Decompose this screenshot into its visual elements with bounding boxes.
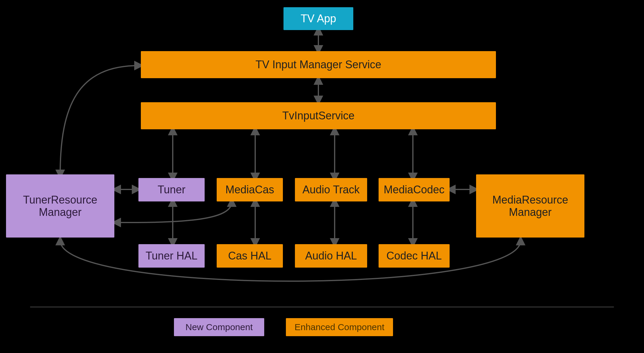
- label-media-cas: MediaCas: [225, 183, 274, 196]
- label-legend-enhanced: Enhanced Component: [295, 322, 385, 332]
- label-legend-new: New Component: [185, 322, 252, 332]
- label-tuner-resource-manager-l2: Manager: [39, 206, 82, 218]
- label-cas-hal: Cas HAL: [228, 250, 271, 262]
- block-tuner-hal: Tuner HAL: [138, 244, 205, 268]
- block-codec-hal: Codec HAL: [379, 244, 450, 268]
- label-tuner-hal: Tuner HAL: [146, 250, 198, 262]
- label-media-codec: MediaCodec: [384, 183, 444, 196]
- block-media-codec: MediaCodec: [379, 178, 450, 201]
- legend-new-component: New Component: [174, 318, 264, 336]
- label-audio-track: Audio Track: [302, 183, 360, 196]
- label-audio-hal: Audio HAL: [305, 250, 357, 262]
- block-audio-hal: Audio HAL: [295, 244, 367, 268]
- label-media-resource-manager-l1: MediaResource: [492, 194, 568, 206]
- label-tuner: Tuner: [158, 183, 186, 196]
- label-tv-input-manager-service: TV Input Manager Service: [255, 58, 381, 71]
- block-tv-input-manager-service: TV Input Manager Service: [141, 51, 496, 78]
- block-audio-track: Audio Track: [295, 178, 367, 201]
- legend-divider: [30, 307, 614, 307]
- block-media-resource-manager: MediaResource Manager: [476, 174, 584, 238]
- label-tv-input-service: TvInputService: [282, 109, 355, 122]
- block-media-cas: MediaCas: [217, 178, 283, 201]
- block-tuner-resource-manager: TunerResource Manager: [6, 174, 114, 238]
- block-tv-input-service: TvInputService: [141, 102, 496, 129]
- block-tuner: Tuner: [138, 178, 205, 201]
- block-cas-hal: Cas HAL: [217, 244, 283, 268]
- block-tv-app: TV App: [283, 7, 353, 30]
- label-media-resource-manager-l2: Manager: [509, 206, 552, 218]
- label-codec-hal: Codec HAL: [386, 250, 442, 262]
- label-tv-app: TV App: [301, 12, 336, 25]
- legend-enhanced-component: Enhanced Component: [286, 318, 393, 336]
- label-tuner-resource-manager-l1: TunerResource: [23, 194, 98, 206]
